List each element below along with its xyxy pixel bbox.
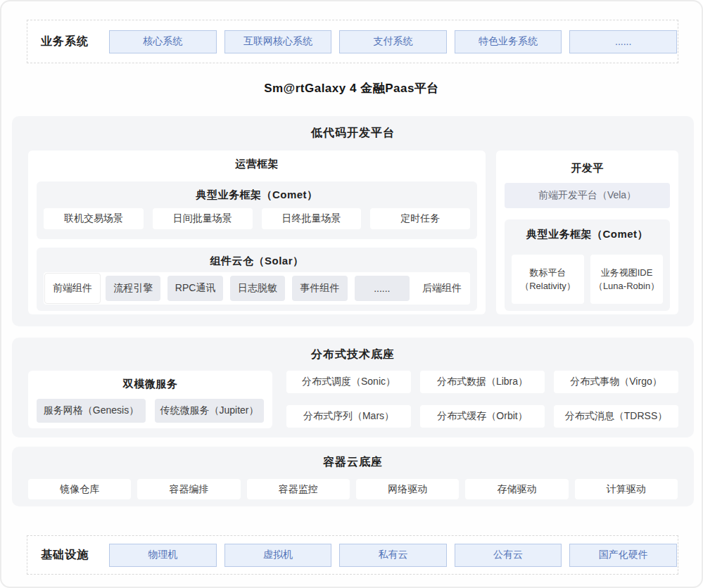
infrastructure-chip: 国产化硬件	[569, 544, 677, 567]
operation-framework-title: 运营框架	[28, 158, 486, 171]
business-systems-row: 业务系统 核心系统 互联网核心系统 支付系统 特色业务系统 ......	[27, 20, 678, 63]
backend-component-item: 后端组件	[414, 273, 469, 304]
comet-item: 联机交易场景	[44, 208, 144, 229]
dev-platform-title: 开发平	[496, 162, 678, 175]
dual-microservice-row: 服务网格（Genesis） 传统微服务（Jupiter）	[37, 399, 264, 423]
dual-microservice-box: 双模微服务 服务网格（Genesis） 传统微服务（Jupiter）	[28, 371, 272, 428]
infrastructure-label: 基础设施	[28, 548, 101, 563]
dev-comet-title: 典型业务框架（Comet）	[505, 228, 670, 241]
vela-platform-chip: 前端开发平台（Vela）	[505, 183, 670, 208]
lowcode-platform-title: 低代码开发平台	[12, 126, 694, 141]
page-title: Sm@rtGalaxy 4 金融Paas平台	[1, 80, 702, 96]
container-cloud-item: 容器编排	[137, 479, 240, 499]
container-cloud-item: 镜像仓库	[28, 479, 131, 499]
distributed-service-item: 分布式序列（Mars）	[286, 405, 411, 428]
comet-item: 日终批量场景	[262, 208, 362, 229]
infrastructure-chip: 私有云	[339, 544, 447, 567]
architecture-diagram: 业务系统 核心系统 互联网核心系统 支付系统 特色业务系统 ...... Sm@…	[0, 0, 703, 588]
distributed-services-grid: 分布式调度（Sonic） 分布式数据（Libra） 分布式事物（Virgo） 分…	[286, 371, 678, 428]
dev-comet-item-line1: 数标平台	[530, 266, 566, 280]
solar-component-title: 组件云仓（Solar）	[37, 255, 477, 268]
microservice-chip: 服务网格（Genesis）	[37, 399, 146, 423]
dev-comet-items-row: 数标平台 （Relativity） 业务视图IDE （Luna-Robin）	[512, 255, 663, 304]
distributed-base-title: 分布式技术底座	[12, 347, 694, 362]
comet-item: 日间批量场景	[153, 208, 253, 229]
container-cloud-item: 存储驱动	[465, 479, 568, 499]
container-cloud-title: 容器云底座	[12, 455, 694, 470]
container-cloud-item: 网络驱动	[356, 479, 459, 499]
dev-comet-item: 数标平台 （Relativity）	[512, 255, 584, 304]
distributed-service-item: 分布式消息（TDRSS）	[554, 405, 678, 428]
dual-microservice-title: 双模微服务	[28, 378, 272, 391]
container-cloud-section: 容器云底座 镜像仓库 容器编排 容器监控 网络驱动 存储驱动 计算驱动	[12, 447, 694, 506]
distributed-service-item: 分布式事物（Virgo）	[554, 371, 678, 393]
container-cloud-item: 计算驱动	[575, 479, 678, 499]
business-system-chip: 核心系统	[109, 30, 217, 53]
dev-comet-item: 业务视图IDE （Luna-Robin）	[590, 255, 663, 304]
solar-chip: 日志脱敏	[230, 276, 285, 301]
comet-item: 定时任务	[370, 208, 470, 229]
dev-comet-item-line1: 业务视图IDE	[601, 266, 653, 280]
comet-items-row: 联机交易场景 日间批量场景 日终批量场景 定时任务	[44, 208, 470, 229]
business-system-chip: 特色业务系统	[455, 30, 562, 53]
solar-chip: RPC通讯	[167, 276, 222, 301]
operation-framework-box: 运营框架 典型业务框架（Comet） 联机交易场景 日间批量场景 日终批量场景 …	[28, 151, 486, 314]
lowcode-platform-section: 低代码开发平台 运营框架 典型业务框架（Comet） 联机交易场景 日间批量场景…	[12, 116, 694, 326]
distributed-service-item: 分布式调度（Sonic）	[286, 371, 411, 393]
infrastructure-row: 基础设施 物理机 虚拟机 私有云 公有云 国产化硬件	[27, 535, 678, 575]
distributed-service-item: 分布式数据（Libra）	[420, 371, 545, 393]
frontend-component-item: 前端组件	[44, 273, 101, 304]
container-cloud-row: 镜像仓库 容器编排 容器监控 网络驱动 存储驱动 计算驱动	[28, 479, 678, 499]
infrastructure-chip: 公有云	[455, 544, 562, 567]
dev-comet-item-line2: （Relativity）	[520, 279, 576, 293]
business-system-chip: 互联网核心系统	[224, 30, 332, 53]
solar-chip: 事件组件	[292, 276, 347, 301]
dev-comet-box: 典型业务框架（Comet） 数标平台 （Relativity） 业务视图IDE …	[505, 219, 670, 311]
container-cloud-item: 容器监控	[247, 479, 350, 499]
solar-chip: 流程引擎	[106, 276, 160, 301]
infrastructure-chip: 物理机	[109, 544, 217, 567]
solar-component-box: 组件云仓（Solar） 前端组件 流程引擎 RPC通讯 日志脱敏 事件组件 ..…	[37, 248, 477, 311]
dev-platform-box: 开发平 前端开发平台（Vela） 典型业务框架（Comet） 数标平台 （Rel…	[496, 151, 678, 314]
dev-comet-item-line2: （Luna-Robin）	[594, 279, 659, 293]
comet-framework-box: 典型业务框架（Comet） 联机交易场景 日间批量场景 日终批量场景 定时任务	[37, 181, 477, 239]
business-system-chip: 支付系统	[339, 30, 447, 53]
business-system-chip: ......	[569, 30, 677, 53]
distributed-base-section: 分布式技术底座 双模微服务 服务网格（Genesis） 传统微服务（Jupite…	[12, 338, 694, 437]
infrastructure-chip: 虚拟机	[224, 544, 332, 567]
solar-items-row: 前端组件 流程引擎 RPC通讯 日志脱敏 事件组件 ...... 后端组件	[44, 272, 470, 305]
microservice-chip: 传统微服务（Jupiter）	[155, 399, 264, 423]
business-systems-label: 业务系统	[28, 34, 101, 49]
solar-chip: ......	[355, 276, 410, 301]
distributed-service-item: 分布式缓存（Orbit）	[420, 405, 545, 428]
comet-framework-title: 典型业务框架（Comet）	[37, 188, 477, 202]
